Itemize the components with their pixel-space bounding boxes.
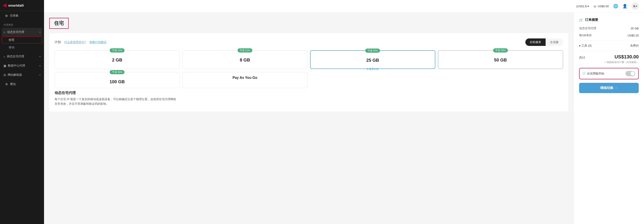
dashboard-label: 仪表板 [10, 14, 18, 17]
chevron-down-icon-unblocker: ▾ [40, 74, 40, 76]
order-row-proxy: 动态住宅代理 25 GB [579, 26, 639, 30]
order-proxy-value: 25 GB [630, 27, 639, 30]
logo-text: smartdaili [8, 3, 24, 7]
user-icon[interactable]: 👤 [622, 4, 627, 8]
sidebar-group-header-datacenter[interactable]: ▦ 数据中心代理 ▾ [2, 62, 42, 70]
logo: smartdaili [0, 0, 44, 11]
description-section: 动态住宅代理 每个住宅 IP 都是一个真实的移动或桌面设备，可以精确定位某个物理… [54, 91, 563, 106]
order-proxy-label: 动态住宅代理 [579, 26, 596, 30]
chevron-down-icon-datacenter: ▾ [40, 65, 40, 67]
sidebar-group-datacenter: ▦ 数据中心代理 ▾ [2, 62, 42, 70]
plan-option-50gb[interactable]: 节省 30% 50 GB [438, 50, 563, 69]
description-title: 动态住宅代理 [54, 91, 563, 95]
popular-label: $ 最受欢迎 [367, 67, 378, 71]
plan-grid-row1: 节省 14% 2 GB 节省 21% 8 GB 节省 26% 25 GB $ 最… [54, 50, 563, 69]
sidebar-group-static-residential: ⌂ 静态住宅代理 ▾ [2, 52, 42, 61]
sidebar-group-header-unblocker[interactable]: ⊟ 网站解锁器 ▾ [2, 71, 42, 79]
wallet-icon: 🗂 [594, 4, 596, 8]
plan-option-paygo[interactable]: Pay As You Go [182, 72, 308, 88]
sidebar-sub-item-residential[interactable]: 住宅 [2, 36, 42, 43]
sidebar-group-label-datacenter: 数据中心代理 [8, 64, 25, 68]
pay-as-needed-link[interactable]: 什么是按需支付? [64, 40, 86, 44]
home-icon: ⌂ [4, 30, 5, 34]
sidebar: smartdaili ⊞ 仪表板 代理类型 ⌂ 动态住宅代理 ▾ 住宅 移动 ⌂… [0, 0, 44, 224]
trial-label: ⓘ 从试用版开始 [582, 72, 604, 76]
plan-card: 计划 什么是按需支付? 智能计划建议 自助服务 企业版 节省 14% 2 GB [49, 33, 568, 112]
sidebar-group-dynamic-residential: ⌂ 动态住宅代理 ▾ 住宅 移动 [2, 28, 42, 51]
plan-size-100gb: 100 GB [58, 79, 176, 84]
avatar-label: K [634, 4, 636, 8]
plan-badge-50gb: 节省 30% [493, 48, 508, 52]
sidebar-sub-item-mobile[interactable]: 移动 [2, 44, 42, 51]
tools-text: 工具 (3) [582, 44, 592, 48]
toggle-knob [630, 71, 635, 76]
proxy-type-section-label: 代理类型 [0, 20, 44, 27]
plan-badge-8gb: 节省 21% [238, 48, 252, 52]
topbar: (USD) $ ▾ 🗂 US$0.00 🌐 👤 K ▾ [44, 0, 644, 12]
info-icon: ⓘ [582, 72, 586, 76]
order-row-tools: ▾ 工具 (3) 免费的 [579, 44, 639, 48]
checkout-label: 继续结账 → [600, 86, 618, 90]
description-line2: 非常有效，并且不受屏蔽和验证码的影响。 [54, 102, 109, 106]
order-divider-2 [579, 51, 639, 51]
bug-icon: ⚙ [5, 83, 8, 86]
currency-selector[interactable]: (USD) $ ▾ [576, 4, 589, 8]
order-row-price: 每GB单价 US$5.20 [579, 33, 639, 37]
page-content: 住宅 计划 什么是按需支付? 智能计划建议 自助服务 企业版 [44, 12, 574, 224]
scraper-label: 爬虫 [10, 82, 16, 86]
tab-enterprise[interactable]: 企业版 [546, 38, 563, 46]
plan-placeholder-3 [310, 72, 435, 88]
plan-size-50gb: 50 GB [442, 58, 560, 63]
trial-row: ⓘ 从试用版开始 [579, 68, 639, 79]
plan-option-8gb[interactable]: 节省 21% 8 GB [182, 50, 308, 69]
sidebar-group-header-dynamic[interactable]: ⌂ 动态住宅代理 ▾ [2, 28, 42, 36]
order-total-value: US$130.00 [614, 54, 639, 60]
unlock-icon: ⊟ [4, 73, 6, 77]
plan-tabs: 自助服务 企业版 [525, 38, 563, 46]
sidebar-group-label-unblocker: 网站解锁器 [8, 73, 22, 77]
plan-label: 计划 [54, 40, 61, 44]
order-summary: 🛒 订单摘要 动态住宅代理 25 GB 每GB单价 US$5.20 ▾ 工具 (… [574, 12, 644, 224]
order-summary-title: 🛒 订单摘要 [579, 18, 639, 22]
order-tax-note: + 增值税/按月计费（自动更新） [579, 61, 639, 64]
plan-badge-25gb: 节省 26% [365, 49, 380, 53]
tools-label[interactable]: ▾ 工具 (3) [579, 44, 592, 48]
sidebar-group-label-dynamic: 动态住宅代理 [7, 30, 24, 34]
sidebar-item-dashboard[interactable]: ⊞ 仪表板 [2, 11, 42, 20]
plan-option-2gb[interactable]: 节省 14% 2 GB [54, 50, 180, 69]
plan-badge-100gb: 节省 36% [110, 70, 124, 74]
plan-size-25gb: 25 GB [314, 58, 432, 63]
balance-display[interactable]: 🗂 US$0.00 [594, 4, 609, 8]
order-price-value: US$5.20 [628, 34, 639, 37]
home2-icon: ⌂ [4, 55, 5, 58]
avatar[interactable]: K ▾ [632, 3, 639, 10]
sidebar-group-header-static[interactable]: ⌂ 静态住宅代理 ▾ [2, 52, 42, 61]
checkout-button[interactable]: 继续结账 → [579, 83, 639, 93]
main-container: (USD) $ ▾ 🗂 US$0.00 🌐 👤 K ▾ 住宅 计划 什么是按需支… [44, 0, 644, 224]
order-price-label: 每GB单价 [579, 33, 592, 37]
description-line1: 每个住宅 IP 都是一个真实的移动或桌面设备，可以精确定位某个物理位置。这使得住… [54, 98, 176, 101]
tools-value: 免费的 [630, 44, 639, 48]
smart-plan-link[interactable]: 智能计划建议 [89, 40, 106, 44]
order-total-label: 共计 [579, 56, 585, 60]
currency-label: (USD) $ [576, 4, 586, 8]
chevron-down-icon-static: ▾ [40, 55, 40, 58]
tab-self-service[interactable]: 自助服务 [525, 38, 546, 46]
plan-size-8gb: 8 GB [186, 58, 304, 63]
sidebar-group-label-static: 静态住宅代理 [7, 54, 24, 58]
plan-option-100gb[interactable]: 节省 36% 100 GB [54, 72, 180, 88]
description-text: 每个住宅 IP 都是一个真实的移动或桌面设备，可以精确定位某个物理位置。这使得住… [54, 97, 563, 106]
plan-option-25gb[interactable]: 节省 26% 25 GB $ 最受欢迎 [310, 50, 435, 69]
sidebar-item-scraper[interactable]: ⚙ 爬虫 [2, 80, 42, 88]
logo-bar-2 [5, 4, 6, 7]
avatar-chevron-icon: ▾ [636, 5, 637, 7]
plan-header: 计划 什么是按需支付? 智能计划建议 自助服务 企业版 [54, 38, 563, 46]
plan-grid-row2: 节省 36% 100 GB Pay As You Go [54, 72, 563, 88]
plan-size-2gb: 2 GB [58, 58, 176, 63]
sidebar-group-unblocker: ⊟ 网站解锁器 ▾ [2, 71, 42, 79]
page-title: 住宅 [49, 18, 69, 29]
order-title-text: 订单摘要 [585, 18, 598, 22]
globe-icon[interactable]: 🌐 [613, 4, 618, 8]
chevron-down-tools-icon: ▾ [579, 44, 580, 47]
trial-toggle[interactable] [626, 71, 635, 76]
